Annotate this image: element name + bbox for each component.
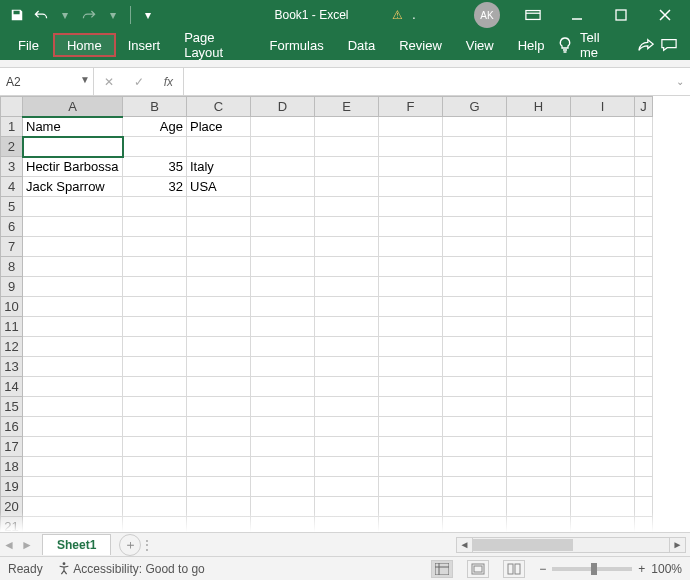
cell[interactable] — [507, 237, 571, 257]
tab-data[interactable]: Data — [336, 33, 387, 57]
tab-view[interactable]: View — [454, 33, 506, 57]
row-header[interactable]: 9 — [1, 277, 23, 297]
cell[interactable] — [187, 137, 251, 157]
cell[interactable] — [251, 197, 315, 217]
comments-icon[interactable] — [660, 34, 678, 56]
undo-dropdown-icon[interactable]: ▾ — [54, 4, 76, 26]
column-header[interactable]: E — [315, 97, 379, 117]
tab-page-layout[interactable]: Page Layout — [172, 33, 257, 57]
cell[interactable] — [187, 197, 251, 217]
cell[interactable] — [379, 337, 443, 357]
cell[interactable] — [23, 337, 123, 357]
hscroll-right-icon[interactable]: ► — [669, 538, 685, 552]
cell[interactable] — [251, 177, 315, 197]
cell[interactable] — [443, 517, 507, 533]
cell[interactable] — [187, 517, 251, 533]
cell[interactable] — [507, 117, 571, 137]
cell[interactable] — [379, 517, 443, 533]
row-header[interactable]: 20 — [1, 497, 23, 517]
cell[interactable] — [443, 437, 507, 457]
cell[interactable] — [123, 277, 187, 297]
lightbulb-icon[interactable] — [556, 34, 574, 56]
cell[interactable] — [379, 317, 443, 337]
tab-file[interactable]: File — [4, 33, 53, 57]
cell[interactable] — [571, 437, 635, 457]
cell[interactable] — [635, 517, 653, 533]
column-header[interactable]: I — [571, 97, 635, 117]
cell[interactable] — [187, 257, 251, 277]
cell[interactable] — [379, 437, 443, 457]
cell[interactable]: Jack Sparrow — [23, 177, 123, 197]
cell[interactable] — [315, 297, 379, 317]
tab-insert[interactable]: Insert — [116, 33, 173, 57]
cell[interactable] — [379, 117, 443, 137]
formula-input[interactable] — [184, 68, 670, 95]
cell[interactable]: 35 — [123, 157, 187, 177]
cell[interactable] — [315, 157, 379, 177]
redo-icon[interactable] — [78, 4, 100, 26]
cell[interactable] — [443, 497, 507, 517]
ribbon-display-options-icon[interactable] — [512, 0, 554, 30]
cell[interactable] — [507, 437, 571, 457]
row-header[interactable]: 21 — [1, 517, 23, 533]
insert-function-icon[interactable]: fx — [164, 75, 173, 89]
cell[interactable] — [315, 377, 379, 397]
cell[interactable] — [187, 317, 251, 337]
save-icon[interactable] — [6, 4, 28, 26]
cell[interactable] — [571, 237, 635, 257]
cell[interactable] — [251, 397, 315, 417]
cell[interactable] — [507, 457, 571, 477]
cell[interactable] — [571, 137, 635, 157]
zoom-level[interactable]: 100% — [651, 562, 682, 576]
column-header[interactable]: B — [123, 97, 187, 117]
sheet-nav-next-icon[interactable]: ► — [18, 538, 36, 552]
cell[interactable] — [23, 317, 123, 337]
row-header[interactable]: 1 — [1, 117, 23, 137]
cell[interactable] — [571, 377, 635, 397]
cell[interactable] — [379, 417, 443, 437]
cell[interactable] — [315, 317, 379, 337]
cell[interactable] — [251, 357, 315, 377]
cell[interactable] — [379, 257, 443, 277]
cell[interactable] — [123, 417, 187, 437]
cell[interactable] — [571, 417, 635, 437]
column-header[interactable]: D — [251, 97, 315, 117]
tab-split-grip[interactable]: ⋮ — [141, 538, 153, 552]
cell[interactable] — [379, 157, 443, 177]
cell[interactable]: 32 — [123, 177, 187, 197]
cell[interactable] — [635, 137, 653, 157]
cell[interactable] — [571, 457, 635, 477]
sheet-tab-active[interactable]: Sheet1 — [42, 534, 111, 555]
cell[interactable] — [443, 197, 507, 217]
share-icon[interactable] — [637, 34, 655, 56]
cell[interactable] — [507, 377, 571, 397]
cell[interactable] — [123, 257, 187, 277]
cell[interactable] — [187, 437, 251, 457]
cell[interactable] — [571, 497, 635, 517]
row-header[interactable]: 18 — [1, 457, 23, 477]
cell[interactable] — [315, 277, 379, 297]
cell[interactable] — [123, 237, 187, 257]
sheet-nav-prev-icon[interactable]: ◄ — [0, 538, 18, 552]
cell[interactable] — [635, 217, 653, 237]
expand-formula-bar-icon[interactable]: ⌄ — [670, 68, 690, 95]
cell[interactable] — [23, 497, 123, 517]
column-header[interactable]: G — [443, 97, 507, 117]
view-normal-icon[interactable] — [431, 560, 453, 578]
cell[interactable] — [187, 417, 251, 437]
cell[interactable] — [635, 237, 653, 257]
cell[interactable] — [507, 417, 571, 437]
cell[interactable] — [443, 257, 507, 277]
cell[interactable]: Italy — [187, 157, 251, 177]
cell[interactable] — [251, 217, 315, 237]
cell[interactable] — [507, 397, 571, 417]
cell[interactable] — [635, 257, 653, 277]
tab-review[interactable]: Review — [387, 33, 454, 57]
cell[interactable] — [635, 397, 653, 417]
tab-home[interactable]: Home — [53, 33, 116, 57]
cell[interactable] — [379, 297, 443, 317]
cell[interactable] — [507, 497, 571, 517]
user-avatar[interactable]: AK — [474, 2, 500, 28]
cell[interactable] — [379, 237, 443, 257]
cell[interactable] — [571, 477, 635, 497]
